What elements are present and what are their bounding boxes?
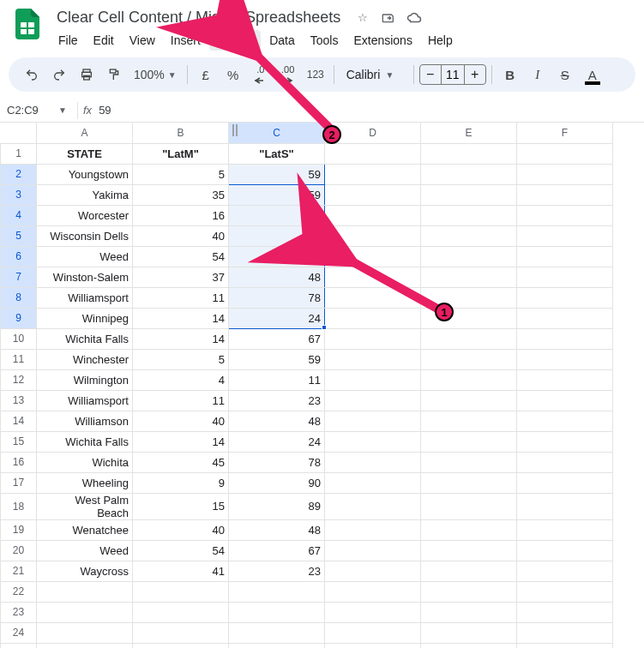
cell[interactable]: Williamsport	[37, 390, 133, 411]
cell[interactable]	[421, 472, 517, 493]
row-header[interactable]: 23	[1, 602, 37, 622]
column-header-a[interactable]: A	[37, 123, 133, 143]
cell[interactable]	[517, 411, 613, 431]
cell[interactable]: 48	[229, 225, 325, 246]
cell[interactable]	[421, 143, 517, 164]
cell[interactable]	[517, 622, 613, 643]
cell[interactable]: 89	[229, 493, 325, 519]
cell[interactable]	[325, 581, 421, 602]
cell[interactable]	[517, 561, 613, 581]
row-header[interactable]: 19	[1, 519, 37, 540]
cell[interactable]	[517, 431, 613, 452]
cell[interactable]	[421, 411, 517, 431]
strikethrough-button[interactable]: S	[552, 62, 578, 87]
zoom-select[interactable]: 100%▼	[129, 68, 182, 81]
star-icon[interactable]: ☆	[354, 9, 371, 27]
cell[interactable]: 54	[133, 246, 229, 267]
cell[interactable]	[325, 643, 421, 648]
cell[interactable]	[325, 602, 421, 622]
cell[interactable]	[517, 519, 613, 540]
cell[interactable]	[325, 431, 421, 452]
cell[interactable]	[421, 581, 517, 602]
column-header-e[interactable]: E	[421, 123, 517, 143]
cell[interactable]: 35	[133, 184, 229, 205]
cell[interactable]	[421, 431, 517, 452]
row-header[interactable]: 16	[1, 452, 37, 472]
cell[interactable]	[421, 349, 517, 369]
column-header-d[interactable]: D	[325, 123, 421, 143]
row-header[interactable]: 25	[1, 643, 37, 648]
cell[interactable]: Wisconsin Dells	[37, 225, 133, 246]
cell[interactable]	[517, 308, 613, 328]
column-header-f[interactable]: F	[517, 123, 613, 143]
cell[interactable]	[229, 622, 325, 643]
cell[interactable]	[325, 411, 421, 431]
column-header-b[interactable]: B	[133, 123, 229, 143]
cell[interactable]	[517, 184, 613, 205]
spreadsheet-grid[interactable]: ABCDEF1STATE"LatM""LatS"2Youngstown5593Y…	[0, 123, 644, 648]
row-header[interactable]: 21	[1, 561, 37, 581]
cell[interactable]	[421, 287, 517, 308]
menu-data[interactable]: Data	[262, 30, 302, 51]
bold-button[interactable]: B	[497, 62, 523, 87]
cell[interactable]	[37, 581, 133, 602]
row-header[interactable]: 3	[1, 184, 37, 205]
cell[interactable]	[517, 328, 613, 349]
cell[interactable]	[421, 390, 517, 411]
cell[interactable]: 14	[133, 328, 229, 349]
cell[interactable]	[229, 643, 325, 648]
cell[interactable]	[325, 143, 421, 164]
menu-help[interactable]: Help	[421, 30, 460, 51]
cell[interactable]: 23	[229, 561, 325, 581]
cell[interactable]: 67	[229, 328, 325, 349]
cell[interactable]: 5	[133, 164, 229, 184]
cell[interactable]	[517, 287, 613, 308]
cell[interactable]	[325, 328, 421, 349]
menu-file[interactable]: File	[51, 30, 85, 51]
cell[interactable]: 15	[133, 493, 229, 519]
row-header[interactable]: 6	[1, 246, 37, 267]
cell[interactable]: STATE	[37, 143, 133, 164]
cell[interactable]	[325, 184, 421, 205]
print-button[interactable]	[74, 62, 99, 87]
percent-button[interactable]: %	[220, 62, 246, 87]
cell[interactable]	[421, 602, 517, 622]
cell[interactable]	[517, 643, 613, 648]
name-box[interactable]: C2:C9▼	[7, 104, 72, 117]
cell[interactable]: 56	[229, 246, 325, 267]
cell[interactable]: 48	[229, 411, 325, 431]
cell[interactable]: 14	[133, 308, 229, 328]
font-select[interactable]: Calibri▼	[340, 68, 408, 81]
row-header[interactable]: 17	[1, 472, 37, 493]
menu-insert[interactable]: Insert	[164, 30, 208, 51]
cell[interactable]: 78	[229, 287, 325, 308]
row-header[interactable]: 7	[1, 267, 37, 287]
formula-input[interactable]: 59	[99, 104, 111, 117]
cell[interactable]	[325, 246, 421, 267]
menu-extensions[interactable]: Extensions	[346, 30, 418, 51]
cell[interactable]	[517, 267, 613, 287]
row-header[interactable]: 20	[1, 540, 37, 561]
cell[interactable]	[421, 184, 517, 205]
row-header[interactable]: 11	[1, 349, 37, 369]
cell[interactable]: 12	[229, 205, 325, 225]
cell[interactable]	[517, 349, 613, 369]
cell[interactable]: Wichita	[37, 452, 133, 472]
cell[interactable]: 14	[133, 431, 229, 452]
cell[interactable]: Waycross	[37, 561, 133, 581]
cell[interactable]: 4	[133, 369, 229, 390]
cloud-status-icon[interactable]	[406, 9, 423, 27]
font-size-input[interactable]	[441, 65, 465, 84]
cell[interactable]: 11	[133, 390, 229, 411]
move-icon[interactable]	[380, 9, 397, 27]
menu-tools[interactable]: Tools	[304, 30, 346, 51]
paint-format-button[interactable]	[101, 62, 127, 87]
cell[interactable]	[517, 369, 613, 390]
cell[interactable]: 45	[133, 452, 229, 472]
undo-button[interactable]	[19, 62, 45, 87]
cell[interactable]	[325, 622, 421, 643]
row-header[interactable]: 14	[1, 411, 37, 431]
cell[interactable]: West Palm Beach	[37, 493, 133, 519]
doc-title[interactable]: Clear Cell Content / Mighty Spreadsheets	[51, 7, 346, 28]
text-color-button[interactable]: A	[580, 62, 605, 87]
